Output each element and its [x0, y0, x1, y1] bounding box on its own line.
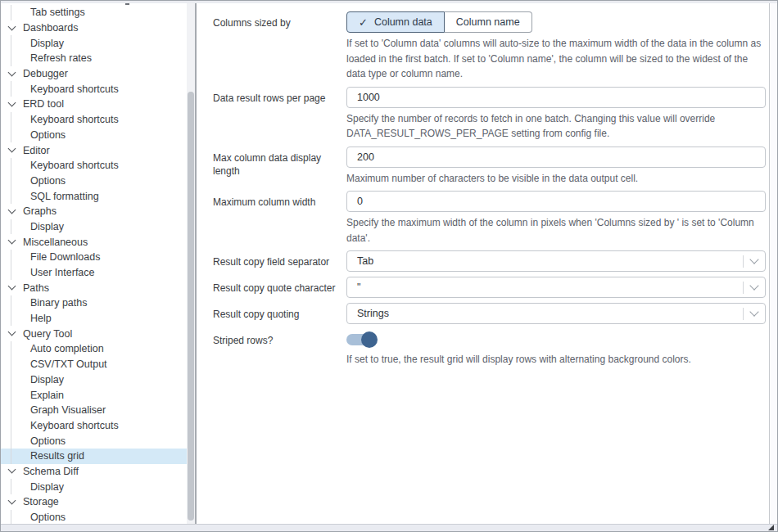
sidebar-scrollbar-track[interactable] — [187, 3, 195, 524]
sidebar-item-graphs[interactable]: Graphs — [1, 204, 187, 219]
sidebar-item-erd-tool[interactable]: ERD tool — [1, 97, 187, 112]
preference-label-result-copy-field-separator: Result copy field separator — [213, 250, 346, 272]
select-result-copy-quote-character[interactable]: " — [346, 277, 766, 298]
sidebar-item-label: Help — [30, 313, 52, 324]
tree-guide-line — [11, 295, 11, 311]
preferences-panel: Columns sized by✓Column dataColumn nameI… — [197, 3, 769, 524]
sidebar-item-keyboard-shortcuts[interactable]: Keyboard shortcuts — [1, 112, 187, 128]
chevron-down-icon[interactable] — [8, 205, 16, 214]
sidebar-item-auto-completion[interactable]: Auto completion — [1, 341, 187, 357]
sidebar-scrollbar-thumb[interactable] — [188, 92, 194, 521]
sidebar-item-storage[interactable]: Storage — [1, 494, 187, 510]
chevron-down-icon[interactable] — [8, 282, 16, 291]
sidebar-item-miscellaneous[interactable]: Miscellaneous — [1, 234, 187, 250]
input-data-result-rows-per-page[interactable]: 1000 — [346, 87, 766, 108]
tree-guide-line — [11, 403, 11, 418]
select-result-copy-quoting[interactable]: Strings — [346, 303, 766, 324]
tree-guide-line — [11, 433, 11, 449]
sidebar-item-label: Display — [30, 374, 64, 385]
sidebar-item-label: Options — [30, 175, 66, 187]
sidebar-item-paths[interactable]: Paths — [1, 280, 187, 295]
sidebar-item-keyboard-shortcuts[interactable]: Keyboard shortcuts — [1, 418, 187, 434]
input-value: 200 — [357, 151, 374, 163]
preference-label-columns-sized-by: Columns sized by — [213, 11, 346, 82]
chevron-down-icon[interactable] — [8, 237, 16, 245]
help-text-columns-sized-by: If set to 'Column data' columns will aut… — [346, 36, 766, 82]
select-separator — [743, 308, 744, 320]
preference-control-cell: 1000Specify the number of records to fet… — [346, 87, 766, 142]
tree-guide-line — [11, 174, 11, 189]
sidebar-item-label: Storage — [23, 496, 59, 507]
panel-scrollbar-track[interactable] — [769, 3, 777, 524]
input-max-column-data-display-length[interactable]: 200 — [346, 147, 766, 168]
sidebar-item-file-downloads[interactable]: File Downloads — [1, 250, 187, 265]
sidebar-item-results-grid[interactable]: Results grid — [1, 449, 187, 464]
chevron-down-icon[interactable] — [8, 99, 16, 107]
tree-guide-line — [11, 357, 11, 372]
preference-label-max-column-data-display-length: Max column data display length — [213, 147, 346, 187]
sidebar-item-refresh-rates[interactable]: Refresh rates — [1, 51, 187, 66]
select-value: " — [357, 282, 743, 293]
sidebar-item-label: Options — [30, 129, 66, 141]
sidebar-item-keyboard-shortcuts[interactable]: Keyboard shortcuts — [1, 158, 187, 174]
segmented-columns-sized-by: ✓Column dataColumn name — [346, 11, 532, 33]
resize-grip-icon[interactable] — [768, 525, 774, 530]
chevron-down-icon[interactable] — [749, 281, 758, 290]
sidebar-item-dashboards[interactable]: Dashboards — [1, 20, 187, 36]
chevron-down-icon[interactable] — [8, 466, 16, 474]
preference-label-maximum-column-width: Maximum column width — [213, 191, 346, 246]
sidebar-item-sql-formatting[interactable]: SQL formatting — [1, 188, 187, 204]
preference-control-cell: ✓Column dataColumn nameIf set to 'Column… — [346, 11, 766, 82]
sidebar-item-tab-settings[interactable]: Tab settings — [1, 5, 187, 20]
sidebar-item-user-interface[interactable]: User Interface — [1, 265, 187, 281]
sidebar-item-editor[interactable]: Editor — [1, 142, 187, 158]
sidebar-item-schema-diff[interactable]: Schema Diff — [1, 464, 187, 480]
sidebar-item-display[interactable]: Display — [1, 479, 187, 494]
segment-column-name[interactable]: Column name — [445, 11, 532, 33]
sidebar-item-query-tool[interactable]: Query Tool — [1, 326, 187, 341]
segment-label: Column data — [374, 16, 432, 28]
preferences-sidebar: Tab settingsDashboardsDisplayRefresh rat… — [1, 3, 195, 524]
chevron-down-icon[interactable] — [8, 22, 16, 30]
sidebar-item-label: Tab settings — [30, 7, 85, 18]
sidebar-item-display[interactable]: Display — [1, 35, 187, 51]
select-separator — [743, 282, 744, 294]
chevron-down-icon[interactable] — [749, 307, 758, 316]
tree-guide-line — [11, 5, 11, 20]
sidebar-item-options[interactable]: Options — [1, 510, 187, 524]
sidebar-item-label: Binary paths — [30, 297, 87, 309]
chevron-down-icon[interactable] — [8, 145, 16, 153]
select-value: Tab — [357, 255, 743, 267]
sidebar-item-csv-txt-output[interactable]: CSV/TXT Output — [1, 357, 187, 372]
sidebar-item-graph-visualiser[interactable]: Graph Visualiser — [1, 403, 187, 418]
sidebar-item-options[interactable]: Options — [1, 174, 187, 189]
chevron-down-icon[interactable] — [8, 68, 16, 76]
chevron-down-icon[interactable] — [749, 255, 758, 264]
input-value: 0 — [357, 196, 363, 207]
segment-column-data[interactable]: ✓Column data — [346, 11, 445, 33]
chevron-down-icon[interactable] — [8, 328, 16, 336]
sidebar-item-options[interactable]: Options — [1, 433, 187, 449]
check-icon: ✓ — [359, 16, 368, 29]
select-separator — [743, 255, 744, 268]
select-result-copy-field-separator[interactable]: Tab — [346, 250, 766, 272]
tree-guide-line — [11, 479, 11, 494]
sidebar-item-label: Keyboard shortcuts — [30, 114, 119, 125]
sidebar-item-options[interactable]: Options — [1, 128, 187, 143]
select-value: Strings — [357, 308, 743, 319]
preference-row-striped-rows: Striped rows?If set to true, the result … — [213, 329, 762, 367]
toggle-striped-rows[interactable] — [346, 334, 377, 345]
tree-guide-line — [11, 510, 11, 524]
sidebar-item-binary-paths[interactable]: Binary paths — [1, 295, 187, 311]
sidebar-item-display[interactable]: Display — [1, 219, 187, 235]
input-maximum-column-width[interactable]: 0 — [346, 191, 766, 212]
sidebar-item-display[interactable]: Display — [1, 372, 187, 388]
window-footer — [1, 524, 777, 531]
sidebar-item-debugger[interactable]: Debugger — [1, 66, 187, 82]
sidebar-item-keyboard-shortcuts[interactable]: Keyboard shortcuts — [1, 81, 187, 97]
sidebar-item-explain[interactable]: Explain — [1, 387, 187, 403]
sidebar-item-label: User Interface — [30, 267, 95, 278]
sidebar-item-help[interactable]: Help — [1, 311, 187, 327]
chevron-down-icon[interactable] — [8, 496, 16, 504]
sidebar-item-label: Paths — [23, 282, 49, 294]
